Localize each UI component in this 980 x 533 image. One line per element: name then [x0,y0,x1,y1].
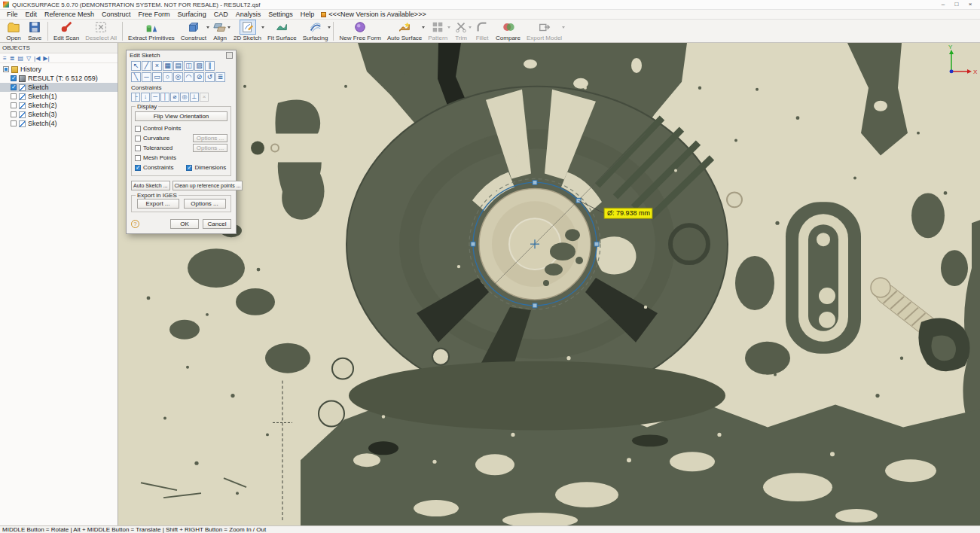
tree-item-result[interactable]: RESULT (T: 6 512 059) [0,74,118,83]
menu-reference-mesh[interactable]: Reference Mesh [41,11,98,18]
menu-help[interactable]: Help [297,11,319,18]
cancel-button[interactable]: Cancel [203,219,231,229]
history-last-icon[interactable]: ▶| [43,54,49,62]
parallel-tool[interactable]: ∥ [205,61,215,71]
toolbar-extract-primitives[interactable]: Extract Primitives [125,20,178,41]
history-first-icon[interactable]: |◀ [34,54,40,62]
spline-tool[interactable]: ↺ [205,72,215,82]
sketch-checkbox[interactable] [11,84,17,90]
scan-mesh-scene[interactable]: Ø: 79.938 mm [118,43,980,525]
menu-settings[interactable]: Settings [264,11,297,18]
dimension-label[interactable]: Ø: 79.938 mm [604,208,652,218]
offset-tool[interactable]: ≣ [215,72,225,82]
dropdown-arrow-icon[interactable] [328,26,331,29]
help-icon[interactable]: ? [131,220,139,228]
toolbar-fillet[interactable]: Fillet [472,20,493,41]
cleanup-reference-points-button[interactable]: Clean up reference points ... [172,181,243,190]
tree-item-sketch3[interactable]: Sketch(3) [0,110,118,119]
constraints-checkbox[interactable] [135,165,141,171]
horizontal-constraint-tool[interactable]: ─ [151,93,160,102]
menu-edit[interactable]: Edit [22,11,41,18]
vertical-constraint-tool[interactable]: │ [160,93,169,102]
line-segment-tool[interactable]: ╱ [142,61,151,71]
sketch3-checkbox[interactable] [11,111,17,117]
menu-construct[interactable]: Construct [98,11,135,18]
flip-view-orientation-button[interactable]: Flip View Orientation [135,111,227,121]
toolbar-edit-scan[interactable]: Edit Scan [50,20,82,41]
toolbar-compare[interactable]: Compare [493,20,524,41]
toolbar-surfacing[interactable]: Surfacing [300,20,331,41]
auto-sketch-button[interactable]: Auto Sketch ... [131,181,170,190]
dimensions-checkbox[interactable] [186,165,192,171]
minimize-button[interactable]: – [936,0,950,9]
toolbar-save[interactable]: Save [24,20,45,41]
toolbar-2d-sketch[interactable]: 2D Sketch [230,20,264,41]
perpendicular-constraint-tool[interactable]: ⊥ [190,93,199,102]
circle-tool[interactable]: ○ [163,72,172,82]
maximize-button[interactable]: □ [950,0,963,9]
mirror-tool[interactable]: ◫ [184,61,194,71]
circle-center-tool[interactable]: ◎ [173,72,183,82]
toolbar-align[interactable]: Align [209,20,230,41]
control-points-checkbox[interactable] [135,126,141,132]
tree-item-sketch[interactable]: Sketch [0,83,118,92]
export-options-button[interactable]: Options ... [184,199,226,209]
tree-item-sketch4[interactable]: Sketch(4) [0,119,118,128]
menu-cad[interactable]: CAD [210,11,232,18]
toolbar-open[interactable]: Open [3,20,24,41]
result-checkbox[interactable] [11,75,17,81]
sketch4-checkbox[interactable] [11,120,17,126]
delete-tool[interactable]: × [152,61,162,71]
toolbar-construct[interactable]: Construct [178,20,209,41]
tree-item-sketch2[interactable]: Sketch(2) [0,101,118,110]
toolbar-export-model[interactable]: Export Model [524,20,565,41]
ellipse-tool[interactable]: ⊘ [194,72,204,82]
mesh-points-checkbox[interactable] [135,155,141,161]
grid-tool[interactable]: ▦ [163,61,172,71]
curvature-options-button[interactable]: Options ... [193,134,227,142]
concentric-constraint-tool[interactable]: ◎ [180,93,189,102]
dialog-title-bar[interactable]: Edit Sketch [127,50,236,60]
dropdown-arrow-icon[interactable] [562,26,565,29]
tree-expand-icon[interactable]: ≡ [3,54,7,62]
toolbar-deselect-all[interactable]: Deselect All [82,20,120,41]
export-button[interactable]: Export ... [137,199,179,209]
tree-item-sketch1[interactable]: Sketch(1) [0,92,118,101]
toolbar-auto-surface[interactable]: Auto Surface [384,20,425,41]
toleranced-checkbox[interactable] [135,145,141,151]
history-checkbox[interactable] [3,66,9,72]
remove-constraint-tool[interactable]: × [200,93,209,102]
dialog-pin-button[interactable] [226,52,233,59]
line-tool[interactable]: ╲ [131,72,141,82]
arc-tool[interactable]: ◠ [184,72,194,82]
sketch1-checkbox[interactable] [11,93,17,99]
menu-free-form[interactable]: Free Form [135,11,174,18]
menu-analysis[interactable]: Analysis [232,11,265,18]
menu-file[interactable]: File [3,11,22,18]
toolbar-new-free-form[interactable]: New Free Form [336,20,384,41]
toolbar-fit-surface[interactable]: Fit Surface [264,20,300,41]
menu-surfacing[interactable]: Surfacing [174,11,210,18]
close-button[interactable]: × [963,0,977,9]
coincident-constraint-tool[interactable]: ├ [131,93,140,102]
rectangle-tool[interactable]: ▭ [152,72,162,82]
ok-button[interactable]: OK [170,219,199,229]
3d-viewport[interactable]: Ø: 79.938 mm [118,43,980,525]
tree-item-history[interactable]: History [0,65,118,74]
toolbar-trim[interactable]: Trim [450,20,472,41]
section-tool[interactable]: ▤ [173,61,183,71]
tree-collapse-icon[interactable]: ≣ [10,54,15,62]
polyline-tool[interactable]: ─ [142,72,151,82]
hatch-tool[interactable]: ▨ [194,61,204,71]
update-notice[interactable]: <<<New Version is Available>>> [321,11,426,18]
sketch2-checkbox[interactable] [11,102,17,108]
diameter-constraint-tool[interactable]: ⌀ [170,93,179,102]
list-view-icon[interactable]: ▤ [17,54,23,62]
select-tool[interactable]: ↖ [131,61,141,71]
toleranced-options-button[interactable]: Options ... [193,144,227,152]
curvature-checkbox[interactable] [135,136,141,142]
toolbar-pattern[interactable]: Pattern [425,20,450,41]
anchor-constraint-tool[interactable]: ↓ [141,93,150,102]
surfacing-icon [308,20,323,34]
filter-icon[interactable]: ▽ [26,54,31,62]
